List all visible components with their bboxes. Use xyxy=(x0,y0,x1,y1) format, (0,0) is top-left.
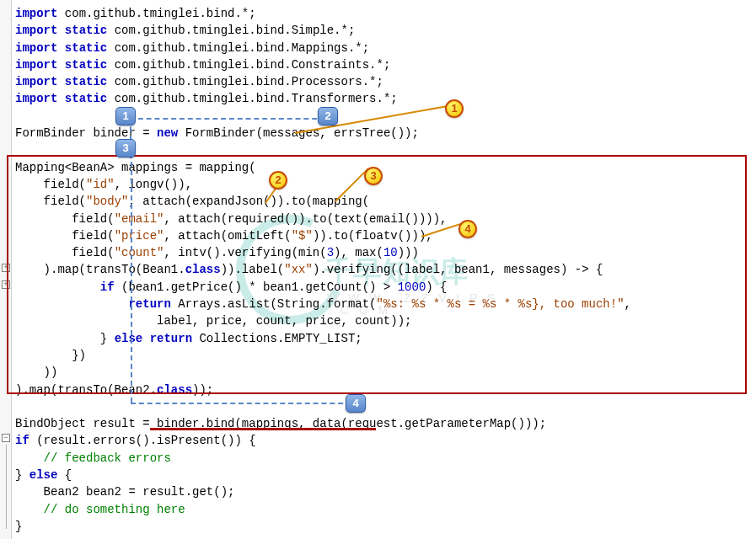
line-if: if (bean1.getPrice() * bean1.getCount() … xyxy=(15,280,448,294)
line-import-2: import static com.github.tminglei.bind.S… xyxy=(15,24,355,37)
code-block: import com.github.tminglei.bind.*; impor… xyxy=(15,5,756,535)
line-map-bean2: ).map(transTo(Bean2.class)); xyxy=(15,383,213,397)
line-bean2-get: Bean2 bean2 = result.get(); xyxy=(15,485,234,499)
line-field-id: field("id", longv()), xyxy=(15,178,192,191)
line-import-6: import static com.github.tminglei.bind.T… xyxy=(15,92,398,105)
line-field-email: field("email", attach(required()).to(tex… xyxy=(15,212,448,226)
line-map-bean1: ).map(transTo(Bean1.class)).label("xx").… xyxy=(15,263,603,276)
line-close-lambda: }) xyxy=(15,349,86,362)
line-import-3: import static com.github.tminglei.bind.M… xyxy=(15,41,369,55)
line-import-1: import com.github.tminglei.bind.*; xyxy=(15,7,256,20)
line-if-errors: if (result.errors().isPresent()) { xyxy=(15,434,256,447)
fold-plus-2[interactable]: + xyxy=(2,280,10,289)
line-field-count: field("count", intv().verifying(min(3), … xyxy=(15,246,419,259)
line-close-mapping: )) xyxy=(15,366,57,379)
fold-minus[interactable]: − xyxy=(2,434,10,442)
line-close-brace: } xyxy=(15,520,22,533)
line-mapping-open: Mapping<BeanA> mappings = mapping( xyxy=(15,161,256,174)
fold-line xyxy=(6,445,7,529)
line-comment-do: // do something here xyxy=(15,503,185,516)
line-else-return: } else return Collections.EMPTY_LIST; xyxy=(15,332,362,345)
fold-plus-1[interactable]: + xyxy=(2,264,10,272)
line-comment-feedback: // feedback errors xyxy=(15,451,171,465)
line-import-4: import static com.github.tminglei.bind.C… xyxy=(15,58,390,72)
line-import-5: import static com.github.tminglei.bind.P… xyxy=(15,75,383,88)
line-return-arrays: return Arrays.asList(String.format("%s: … xyxy=(15,297,631,311)
line-field-price: field("price", attach(omitLeft("$")).to(… xyxy=(15,229,433,243)
line-formbinder: FormBinder binder = new FormBinder(messa… xyxy=(15,126,419,140)
line-bindobject: BindObject result = binder.bind(mappings… xyxy=(15,417,546,430)
line-else: } else { xyxy=(15,468,72,482)
line-format-args: label, price, count, price, count)); xyxy=(15,314,411,328)
line-field-body: field("body", attach(expandJson()).to(ma… xyxy=(15,195,369,208)
